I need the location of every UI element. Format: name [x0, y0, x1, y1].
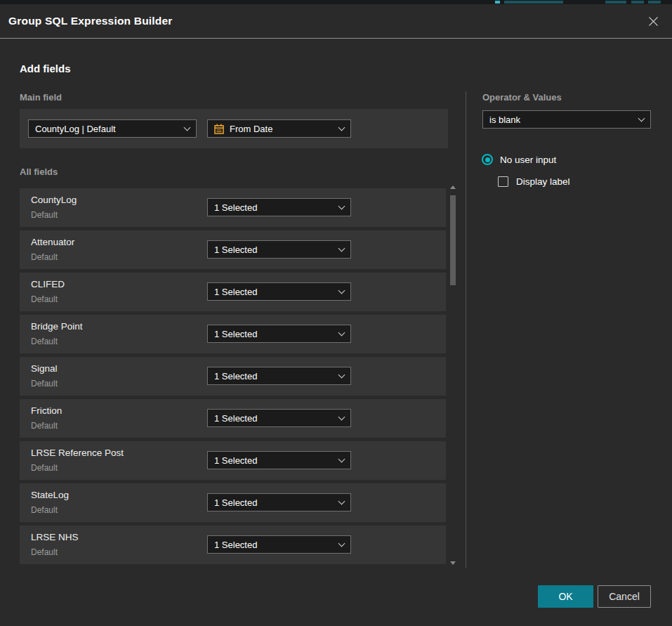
calendar-icon	[214, 124, 224, 134]
field-selection-select[interactable]: 1 Selected	[207, 367, 351, 385]
field-selection-value: 1 Selected	[214, 244, 334, 255]
field-selection-select[interactable]: 1 Selected	[207, 451, 351, 469]
field-row: CountyLog Default 1 Selected	[20, 188, 446, 227]
field-type: Default	[31, 421, 58, 431]
field-row: LRSE NHS Default 1 Selected	[20, 526, 446, 564]
field-row: Friction Default 1 Selected	[20, 399, 446, 438]
chevron-down-icon	[338, 124, 345, 131]
chevron-down-icon	[338, 371, 345, 378]
field-selection-value: 1 Selected	[214, 329, 334, 339]
no-user-input-label: No user input	[500, 155, 556, 165]
main-field-select[interactable]: From Date	[207, 119, 351, 138]
close-button[interactable]	[645, 13, 661, 29]
close-icon	[648, 16, 659, 27]
main-field-label: Main field	[20, 92, 62, 103]
operator-values-label: Operator & Values	[482, 92, 562, 103]
field-selection-value: 1 Selected	[214, 540, 334, 550]
field-row: LRSE Reference Post Default 1 Selected	[20, 441, 446, 480]
panel-divider	[466, 91, 466, 568]
field-type: Default	[31, 337, 58, 346]
field-name: LRSE NHS	[31, 532, 79, 542]
background-fragment	[648, 1, 661, 4]
checkbox-unchecked-icon[interactable]	[498, 176, 508, 187]
background-fragment	[605, 1, 626, 4]
all-fields-list: CountyLog Default 1 Selected Attenuator …	[20, 188, 446, 564]
field-type: Default	[31, 294, 58, 304]
chevron-down-icon	[338, 244, 345, 252]
field-type: Default	[31, 547, 58, 557]
field-row: Attenuator Default 1 Selected	[20, 230, 446, 269]
chevron-down-icon	[338, 455, 345, 462]
ok-button[interactable]: OK	[538, 585, 593, 608]
operator-select[interactable]: is blank	[482, 110, 651, 129]
field-selection-value: 1 Selected	[214, 413, 334, 424]
dialog-titlebar: Group SQL Expression Builder	[0, 4, 672, 39]
field-row: CLIFED Default 1 Selected	[20, 273, 446, 311]
chevron-down-icon	[338, 329, 345, 336]
field-type: Default	[31, 463, 58, 473]
chevron-down-icon	[338, 287, 345, 294]
field-name: Friction	[31, 405, 62, 416]
field-type: Default	[31, 210, 58, 220]
field-selection-value: 1 Selected	[214, 371, 334, 382]
display-label-checkbox-row[interactable]: Display label	[498, 176, 570, 187]
field-type: Default	[31, 505, 58, 515]
background-fragment	[495, 1, 500, 4]
field-type: Default	[31, 379, 58, 389]
field-selection-select[interactable]: 1 Selected	[207, 240, 351, 259]
main-field-panel: CountyLog | Default From Date	[20, 109, 448, 148]
no-user-input-radio[interactable]: No user input	[482, 154, 556, 165]
all-fields-label: All fields	[20, 167, 58, 177]
field-name: CLIFED	[31, 279, 65, 289]
chevron-down-icon	[638, 115, 645, 122]
background-fragment	[504, 1, 563, 4]
field-name: Signal	[31, 363, 58, 374]
field-selection-select[interactable]: 1 Selected	[207, 535, 351, 554]
field-name: CountyLog	[31, 195, 77, 205]
radio-selected-icon	[482, 154, 493, 165]
cancel-button[interactable]: Cancel	[598, 585, 651, 608]
field-name: LRSE Reference Post	[31, 448, 124, 458]
field-selection-value: 1 Selected	[214, 497, 334, 508]
field-row: StateLog Default 1 Selected	[20, 483, 446, 522]
field-name: StateLog	[31, 490, 69, 500]
field-name: Attenuator	[31, 237, 74, 247]
field-row: Signal Default 1 Selected	[20, 357, 446, 396]
scroll-down-icon[interactable]	[450, 561, 456, 565]
field-name: Bridge Point	[31, 321, 83, 332]
field-selection-select[interactable]: 1 Selected	[207, 325, 351, 343]
chevron-down-icon	[338, 413, 345, 420]
field-selection-select[interactable]: 1 Selected	[207, 282, 351, 301]
layer-select[interactable]: CountyLog | Default	[28, 119, 197, 138]
field-row: Bridge Point Default 1 Selected	[20, 315, 446, 353]
chevron-down-icon	[184, 124, 191, 131]
scroll-up-icon[interactable]	[450, 185, 456, 189]
field-selection-value: 1 Selected	[214, 455, 334, 466]
group-sql-expression-builder-dialog: Group SQL Expression Builder Add fields …	[0, 4, 672, 626]
field-selection-select[interactable]: 1 Selected	[207, 493, 351, 511]
chevron-down-icon	[338, 497, 345, 504]
field-selection-value: 1 Selected	[214, 202, 334, 213]
operator-select-value: is blank	[489, 115, 633, 125]
field-selection-value: 1 Selected	[214, 287, 334, 297]
background-fragment	[631, 1, 644, 4]
scrollbar-thumb[interactable]	[450, 195, 456, 285]
add-fields-heading: Add fields	[20, 63, 71, 74]
field-type: Default	[31, 252, 58, 262]
display-label-text: Display label	[516, 176, 570, 187]
field-selection-select[interactable]: 1 Selected	[207, 198, 351, 216]
chevron-down-icon	[338, 202, 345, 209]
layer-select-value: CountyLog | Default	[35, 124, 179, 134]
chevron-down-icon	[338, 540, 345, 547]
main-field-select-value: From Date	[230, 124, 334, 134]
list-scrollbar[interactable]	[450, 184, 456, 568]
dialog-title: Group SQL Expression Builder	[8, 15, 173, 27]
field-selection-select[interactable]: 1 Selected	[207, 409, 351, 427]
